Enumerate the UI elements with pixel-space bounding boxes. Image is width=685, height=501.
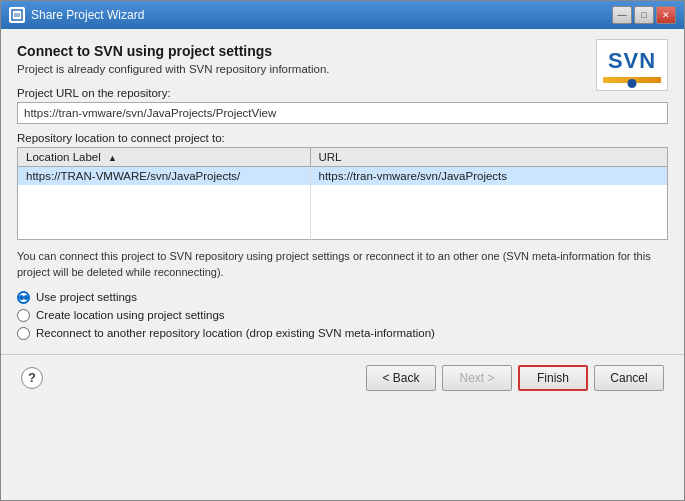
repo-table-section: Repository location to connect project t… xyxy=(17,132,668,240)
svn-logo-dot xyxy=(628,79,637,88)
row-location: https://TRAN-VMWARE/svn/JavaProjects/ xyxy=(18,167,311,186)
project-url-section: Project URL on the repository: xyxy=(17,87,668,124)
svn-logo-bar xyxy=(603,77,661,83)
radio-use-project[interactable]: Use project settings xyxy=(17,291,668,304)
close-button[interactable]: ✕ xyxy=(656,6,676,24)
radio-group: Use project settings Create location usi… xyxy=(17,291,668,340)
window-icon xyxy=(9,7,25,23)
dialog-title: Connect to SVN using project settings xyxy=(17,43,668,59)
back-button[interactable]: < Back xyxy=(366,365,436,391)
radio-reconnect-circle[interactable] xyxy=(17,327,30,340)
table-row-empty-3 xyxy=(18,221,668,239)
next-button[interactable]: Next > xyxy=(442,365,512,391)
svg-rect-0 xyxy=(12,10,22,20)
radio-use-project-label: Use project settings xyxy=(36,291,137,303)
dialog-subtitle: Project is already configured with SVN r… xyxy=(17,63,668,75)
cancel-button[interactable]: Cancel xyxy=(594,365,664,391)
maximize-button[interactable]: □ xyxy=(634,6,654,24)
header-area: Connect to SVN using project settings Pr… xyxy=(17,43,668,75)
minimize-button[interactable]: — xyxy=(612,6,632,24)
radio-use-project-circle[interactable] xyxy=(17,291,30,304)
project-url-input[interactable] xyxy=(17,102,668,124)
window-title: Share Project Wizard xyxy=(31,8,612,22)
col-header-url: URL xyxy=(310,148,668,167)
window-controls: — □ ✕ xyxy=(612,6,676,24)
main-window: Share Project Wizard — □ ✕ SVN Connect t… xyxy=(0,0,685,501)
radio-create-location-label: Create location using project settings xyxy=(36,309,225,321)
table-row-empty-1 xyxy=(18,185,668,203)
table-row[interactable]: https://TRAN-VMWARE/svn/JavaProjects/ ht… xyxy=(18,167,668,186)
dialog-content: SVN Connect to SVN using project setting… xyxy=(1,29,684,500)
bottom-bar: ? < Back Next > Finish Cancel xyxy=(17,365,668,391)
radio-create-location[interactable]: Create location using project settings xyxy=(17,309,668,322)
radio-reconnect[interactable]: Reconnect to another repository location… xyxy=(17,327,668,340)
info-text: You can connect this project to SVN repo… xyxy=(17,248,668,281)
help-button[interactable]: ? xyxy=(21,367,43,389)
table-row-empty-2 xyxy=(18,203,668,221)
col-header-location: Location Label ▲ xyxy=(18,148,311,167)
project-url-label: Project URL on the repository: xyxy=(17,87,668,99)
radio-reconnect-label: Reconnect to another repository location… xyxy=(36,327,435,339)
row-url: https://tran-vmware/svn/JavaProjects xyxy=(310,167,668,186)
radio-create-location-circle[interactable] xyxy=(17,309,30,322)
bottom-divider xyxy=(1,354,684,355)
repo-table-label: Repository location to connect project t… xyxy=(17,132,668,144)
repo-table: Location Label ▲ URL https://TRAN-VMWARE… xyxy=(17,147,668,240)
title-bar: Share Project Wizard — □ ✕ xyxy=(1,1,684,29)
finish-button[interactable]: Finish xyxy=(518,365,588,391)
nav-buttons: < Back Next > Finish Cancel xyxy=(366,365,664,391)
